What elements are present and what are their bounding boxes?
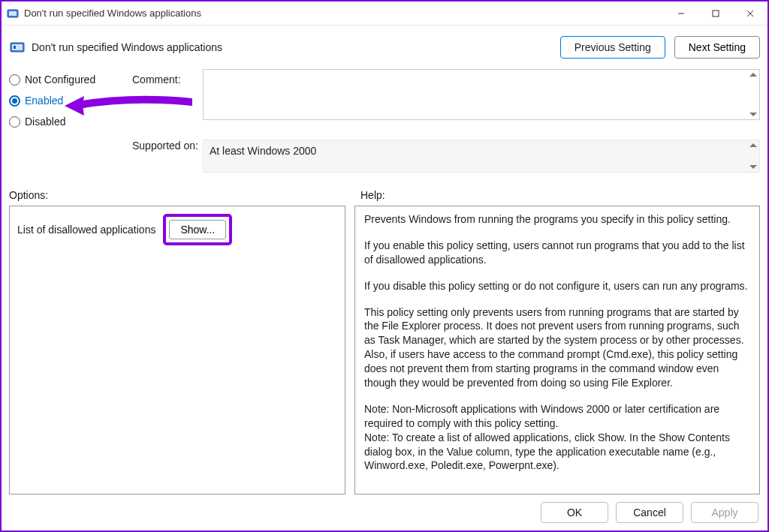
radio-label: Not Configured [25,74,95,86]
help-label: Help: [360,189,385,201]
radio-not-configured[interactable]: Not Configured [9,74,129,86]
radio-label: Enabled [25,95,63,107]
state-radio-group: Not Configured Enabled Disabled [9,69,129,128]
radio-icon [9,116,20,128]
window-controls [664,2,767,25]
options-panel: List of disallowed applications Show... [9,206,345,494]
disallowed-apps-label: List of disallowed applications [17,224,155,236]
radio-enabled[interactable]: Enabled [9,95,129,107]
help-paragraph: Note: Non-Microsoft applications with Wi… [364,402,750,431]
minimize-button[interactable] [664,2,698,25]
help-paragraph: If you disable this policy setting or do… [364,279,750,293]
section-labels: Options: Help: [2,173,767,206]
radio-icon [9,95,20,107]
header-row: Don't run specified Windows applications… [2,26,767,66]
show-button-highlight: Show... [163,214,232,245]
scroll-down-icon[interactable] [749,165,757,169]
supported-on-box: At least Windows 2000 [203,140,760,173]
config-area: Not Configured Enabled Disabled Comment:… [2,66,767,173]
app-icon [6,7,20,20]
radio-icon [9,74,20,86]
comment-input[interactable] [203,69,760,120]
supported-on-value: At least Windows 2000 [210,145,316,157]
apply-button[interactable]: Apply [691,502,758,523]
svg-rect-1 [9,11,17,16]
help-text: Prevents Windows from running the progra… [364,212,750,473]
panels: List of disallowed applications Show... … [2,206,767,494]
dialog-footer: OK Cancel Apply [2,494,767,530]
policy-icon [9,39,26,56]
help-paragraph: Prevents Windows from running the progra… [364,212,750,227]
options-label: Options: [9,189,344,201]
policy-title: Don't run specified Windows applications [32,41,222,53]
help-paragraph: This policy setting only prevents users … [364,305,750,390]
help-panel: Prevents Windows from running the progra… [354,206,760,494]
show-button[interactable]: Show... [169,220,226,239]
help-paragraph: If you enable this policy setting, users… [364,239,750,267]
scroll-up-icon[interactable] [749,143,757,147]
maximize-button[interactable] [698,2,733,25]
radio-disabled[interactable]: Disabled [9,116,129,128]
scroll-up-icon[interactable] [749,73,757,77]
scroll-down-icon[interactable] [749,113,757,116]
supported-on-label: Supported on: [132,128,200,173]
title-bar: Don't run specified Windows applications [2,2,767,26]
comment-label: Comment: [132,69,200,128]
policy-editor-window: Don't run specified Windows applications [0,0,769,532]
cancel-button[interactable]: Cancel [616,502,683,523]
previous-setting-button[interactable]: Previous Setting [560,36,665,59]
disallowed-apps-row: List of disallowed applications Show... [17,214,337,245]
window-title: Don't run specified Windows applications [24,8,664,19]
svg-rect-3 [713,11,719,17]
help-paragraph: Note: To create a list of allowed applic… [364,431,750,473]
radio-label: Disabled [25,116,65,128]
svg-rect-8 [14,46,16,49]
next-setting-button[interactable]: Next Setting [674,36,760,59]
ok-button[interactable]: OK [541,502,608,523]
close-button[interactable] [733,2,767,25]
